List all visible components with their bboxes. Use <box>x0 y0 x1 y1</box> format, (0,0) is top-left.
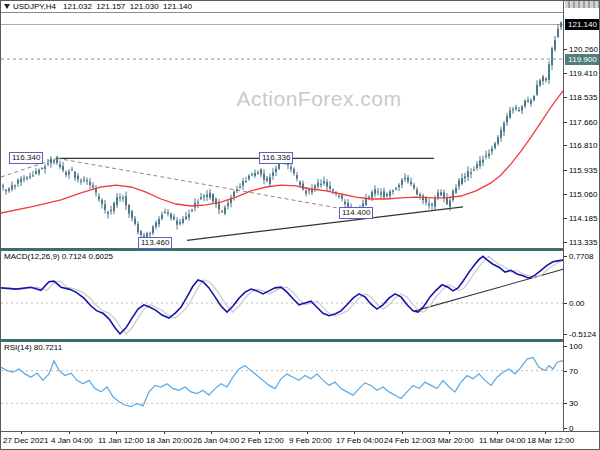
price-annotation[interactable]: 116.336 <box>259 152 293 164</box>
date-label: 11 Jan 12:00 <box>98 436 144 445</box>
date-label: 24 Feb 12:00 <box>384 436 431 445</box>
chart-window: ActionForex.com USDJPY,H4 121.032 121.15… <box>0 0 600 450</box>
axis-tick-mark <box>564 303 567 304</box>
level-price-badge: 119.900 <box>565 54 600 65</box>
axis-tick-label: 70 <box>569 367 578 376</box>
axis-tick-label: 30 <box>569 399 578 408</box>
axis-tick-label: 113.335 <box>569 238 597 247</box>
price-annotation[interactable]: 113.460 <box>138 237 172 249</box>
axis-tick-mark <box>564 371 567 372</box>
axis-tick-label: -0.5124 <box>569 330 596 339</box>
current-price-badge: 121.140 <box>565 19 600 30</box>
date-label: 3 Mar 20:00 <box>431 436 474 445</box>
date-label: 27 Dec 2021 <box>3 436 48 445</box>
price-annotation[interactable]: 116.340 <box>9 152 43 164</box>
axis-tick-label: 118.535 <box>569 93 597 102</box>
axis-tick-label: 114.185 <box>569 214 597 223</box>
axis-tick-label: 119.410 <box>569 69 597 78</box>
date-label: 4 Jan 04:00 <box>51 436 93 445</box>
axis-tick-mark <box>564 194 567 195</box>
clipped-axis-label <box>565 1 599 8</box>
axis-tick-mark <box>564 49 567 50</box>
chart-title-row: USDJPY,H4 121.032 121.157 121.030 121.14… <box>1 1 563 13</box>
time-axis[interactable]: 27 Dec 20214 Jan 04:0011 Jan 12:0018 Jan… <box>1 432 600 450</box>
date-label: 9 Feb 20:00 <box>289 436 332 445</box>
pane-separator[interactable] <box>1 339 600 342</box>
collapse-triangle-icon[interactable] <box>4 4 10 9</box>
rsi-label: RSI(14) 80.7211 <box>4 343 62 352</box>
axis-tick-mark <box>564 145 567 146</box>
axis-tick-label: 116.810 <box>569 141 597 150</box>
axis-tick-mark <box>564 346 567 347</box>
date-label: 2 Feb 12:00 <box>241 436 284 445</box>
axis-tick-label: 100 <box>569 342 582 351</box>
date-label: 17 Feb 04:00 <box>336 436 383 445</box>
time-scale-border <box>1 431 600 432</box>
axis-tick-label: 0.00 <box>569 299 585 308</box>
date-label: 26 Jan 04:00 <box>193 436 239 445</box>
price-axis[interactable]: 121.140 119.900 120.260119.410118.535117… <box>564 1 600 431</box>
date-label: 11 Mar 04:00 <box>479 436 526 445</box>
price-annotation[interactable]: 114.400 <box>339 207 373 219</box>
axis-tick-mark <box>564 73 567 74</box>
axis-tick-label: 0.7708 <box>569 252 593 261</box>
axis-tick-mark <box>564 428 567 429</box>
date-label: 18 Jan 20:00 <box>146 436 192 445</box>
axis-tick-mark <box>564 122 567 123</box>
axis-tick-label: 115.935 <box>569 166 597 175</box>
rsi-pane[interactable] <box>1 342 563 431</box>
macd-pane[interactable] <box>1 251 563 339</box>
axis-tick-mark <box>564 242 567 243</box>
main-chart-pane[interactable] <box>1 13 563 248</box>
ohlc-values: 121.032 121.157 121.030 121.140 <box>63 2 192 11</box>
axis-tick-label: 115.060 <box>569 190 597 199</box>
price-scale-border <box>563 1 564 431</box>
pane-separator[interactable] <box>1 248 600 251</box>
axis-tick-mark <box>564 218 567 219</box>
date-label: 18 Mar 12:00 <box>527 436 574 445</box>
axis-tick-mark <box>564 97 567 98</box>
axis-tick-mark <box>564 256 567 257</box>
axis-tick-mark <box>564 334 567 335</box>
axis-tick-label: 117.660 <box>569 118 597 127</box>
axis-tick-mark <box>564 403 567 404</box>
symbol-timeframe: USDJPY,H4 <box>13 2 56 11</box>
axis-tick-label: 120.260 <box>569 45 598 54</box>
macd-label: MACD(12,26,9) 0.7124 0.6025 <box>4 252 113 261</box>
axis-tick-mark <box>564 170 567 171</box>
